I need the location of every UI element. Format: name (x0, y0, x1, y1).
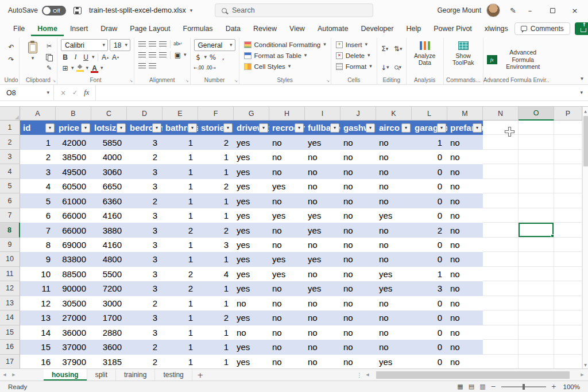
wrap-text-button[interactable]: ab↵ (173, 39, 182, 49)
cell-B11[interactable]: 88500 (56, 267, 91, 281)
cell-I8[interactable]: yes (305, 223, 341, 237)
cell-N12[interactable] (483, 281, 519, 296)
cell-M3[interactable]: no (447, 150, 483, 164)
cell-H9[interactable]: no (269, 238, 305, 252)
name-box-dropdown-icon[interactable] (47, 90, 49, 95)
sheet-nav-right-icon[interactable]: ▶ (9, 369, 18, 381)
redo-button[interactable]: ↷ (7, 55, 16, 64)
insert-cells-button[interactable]: + Insert (335, 39, 373, 50)
cell-E2[interactable]: 1 (163, 135, 198, 149)
cell-B7[interactable]: 66000 (56, 208, 91, 223)
cell-J7[interactable]: no (341, 208, 376, 223)
cell-P16[interactable] (554, 340, 582, 354)
cell-M5[interactable]: no (447, 179, 483, 193)
cell-N8[interactable] (483, 223, 519, 237)
cell-H8[interactable]: no (269, 223, 305, 237)
user-name[interactable]: George Mount (437, 6, 481, 14)
row-header-13[interactable]: 13 (0, 296, 20, 311)
cell-C11[interactable]: 5500 (91, 267, 127, 281)
align-center-button[interactable] (148, 50, 157, 60)
cell-P4[interactable] (554, 164, 582, 178)
cell-M2[interactable]: no (447, 135, 483, 149)
zoom-slider-thumb[interactable] (523, 384, 525, 390)
row-header-14[interactable]: 14 (0, 311, 20, 325)
cell-G2[interactable]: yes (234, 135, 269, 149)
borders-button[interactable]: ⊞ (61, 63, 69, 73)
cell-I4[interactable]: no (305, 164, 341, 178)
close-button[interactable]: × (566, 2, 583, 19)
cell-F16[interactable]: 1 (198, 340, 234, 354)
cell-O1[interactable] (519, 121, 554, 135)
cell-J16[interactable]: no (341, 340, 376, 354)
cell-D9[interactable]: 3 (127, 238, 163, 252)
filter-button[interactable] (473, 123, 482, 133)
cell-I16[interactable]: no (305, 340, 341, 354)
cell-A11[interactable]: 10 (20, 267, 56, 281)
cell-P10[interactable] (554, 252, 582, 266)
cell-E6[interactable]: 1 (163, 193, 198, 208)
filter-button[interactable] (330, 123, 339, 133)
cell-I14[interactable]: no (305, 311, 341, 325)
sheet-nav-left-icon[interactable]: ◀ (0, 369, 9, 381)
cell-H13[interactable]: no (269, 296, 305, 311)
document-title[interactable]: train-test-split-excel-demo.xlsx (89, 6, 186, 14)
font-color-dropdown-icon[interactable] (100, 65, 103, 71)
cell-B9[interactable]: 69000 (56, 238, 91, 252)
number-format-select[interactable]: General (194, 39, 235, 51)
cell-M10[interactable]: no (447, 252, 483, 266)
cell-F9[interactable]: 3 (198, 238, 234, 252)
cell-I7[interactable]: yes (305, 208, 341, 223)
cell-G9[interactable]: yes (234, 238, 269, 252)
cell-D11[interactable]: 3 (127, 267, 163, 281)
cell-A9[interactable]: 8 (20, 238, 56, 252)
cell-L16[interactable]: 0 (412, 340, 447, 354)
cell-E10[interactable]: 1 (163, 252, 198, 266)
column-header-E[interactable]: E (163, 107, 198, 121)
column-header-B[interactable]: B (56, 107, 91, 121)
zoom-slider[interactable] (501, 386, 546, 387)
styles-dialog-launcher[interactable] (326, 79, 330, 83)
cell-P1[interactable] (554, 121, 582, 135)
cell-F10[interactable]: 1 (198, 252, 234, 266)
cell-L14[interactable]: 0 (412, 311, 447, 325)
cell-E17[interactable]: 1 (163, 355, 198, 369)
cell-K6[interactable]: no (376, 193, 412, 208)
cell-K17[interactable]: yes (376, 355, 412, 369)
filter-button[interactable] (152, 123, 161, 133)
cell-D16[interactable]: 2 (127, 340, 163, 354)
cell-P13[interactable] (554, 296, 582, 311)
cell-M17[interactable]: no (447, 355, 483, 369)
hscroll-right-icon[interactable]: ▶ (578, 372, 587, 377)
cell-K15[interactable]: no (376, 325, 412, 340)
cell-E13[interactable]: 1 (163, 296, 198, 311)
cell-L8[interactable]: 2 (412, 223, 447, 237)
row-header-5[interactable]: 5 (0, 179, 20, 193)
cell-H2[interactable]: no (269, 135, 305, 149)
cell-H14[interactable]: no (269, 311, 305, 325)
pen-icon[interactable]: ✎ (510, 6, 516, 15)
cell-J14[interactable]: no (341, 311, 376, 325)
cell-D7[interactable]: 3 (127, 208, 163, 223)
cell-D17[interactable]: 2 (127, 355, 163, 369)
share-button[interactable]: Share (575, 22, 588, 35)
cell-C10[interactable]: 4800 (91, 252, 127, 266)
cell-O15[interactable] (519, 325, 554, 340)
cell-K16[interactable]: no (376, 340, 412, 354)
cell-J10[interactable]: no (341, 252, 376, 266)
ribbon-tab-help[interactable]: Help (400, 21, 427, 36)
cell-J3[interactable]: no (341, 150, 376, 164)
filter-button[interactable] (295, 123, 304, 133)
cell-C7[interactable]: 4160 (91, 208, 127, 223)
cell-G17[interactable]: yes (234, 355, 269, 369)
cell-P3[interactable] (554, 150, 582, 164)
cell-O4[interactable] (519, 164, 554, 178)
cell-F11[interactable]: 4 (198, 267, 234, 281)
table-header-fullbase[interactable]: fullbase (305, 121, 341, 135)
vertical-scrollbar[interactable] (582, 107, 588, 368)
delete-cells-button[interactable]: × Delete (335, 50, 373, 61)
number-dialog-launcher[interactable] (234, 79, 238, 83)
cell-C14[interactable]: 1700 (91, 311, 127, 325)
cell-L15[interactable]: 0 (412, 325, 447, 340)
tab-splitter-handle[interactable]: ⋮ (356, 372, 363, 378)
cell-J9[interactable]: no (341, 238, 376, 252)
